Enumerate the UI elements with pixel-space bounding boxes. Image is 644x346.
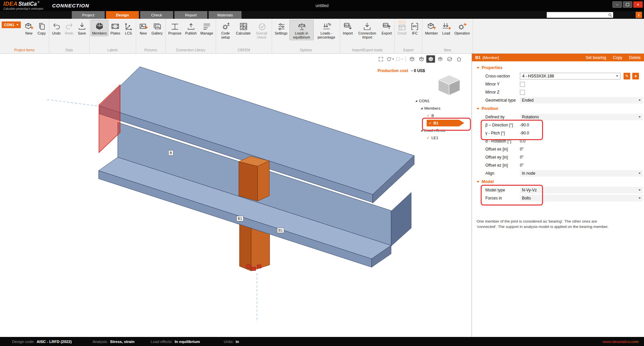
save-icon xyxy=(77,21,87,31)
copy-member-button[interactable]: Copy xyxy=(613,55,622,60)
section-position[interactable]: Position xyxy=(472,104,644,113)
fit-view-button[interactable] xyxy=(376,55,385,63)
maximize-button[interactable] xyxy=(623,1,632,8)
settings-button[interactable]: Settings xyxy=(273,20,289,36)
labels-plates-toggle[interactable]: Plates xyxy=(109,20,122,36)
checked-checkbox-icon[interactable] xyxy=(427,136,430,140)
edit-cross-section-button[interactable] xyxy=(624,73,630,79)
tab-check[interactable]: Check xyxy=(140,11,173,19)
beta-direction-input[interactable]: -90.0 xyxy=(520,123,529,127)
loads-in-equilibrium-toggle[interactable]: Loads in equilibrium xyxy=(289,20,314,40)
website-link[interactable]: www.ideastatica .com xyxy=(603,337,639,346)
tab-design[interactable]: Design xyxy=(106,11,139,19)
section-model[interactable]: Model xyxy=(472,177,644,186)
home-view-button[interactable] xyxy=(454,55,463,63)
mirror-z-checkbox[interactable] xyxy=(520,90,525,95)
delete-member-button[interactable]: Delete xyxy=(629,55,641,60)
connection-import-button[interactable]: Connection Import xyxy=(355,20,380,40)
calculate-button[interactable]: Calculate xyxy=(234,20,252,36)
analysis-value: Stress, strain xyxy=(110,340,135,344)
picture-gallery-button[interactable]: Gallery xyxy=(150,20,164,36)
selection-mode-dropdown[interactable] xyxy=(395,55,404,63)
undo-button[interactable]: Undo xyxy=(50,20,63,36)
chevron-down-icon xyxy=(392,59,394,60)
new-member-button[interactable]: Member xyxy=(423,20,440,36)
con1-dropdown-button[interactable]: CON1 xyxy=(2,21,21,28)
expander-icon[interactable] xyxy=(415,100,417,102)
set-bearing-button[interactable]: Set bearing xyxy=(586,55,606,60)
view-cube[interactable] xyxy=(435,73,463,98)
new-load-button[interactable]: Load xyxy=(440,20,452,36)
new-project-item-button[interactable]: New xyxy=(23,20,35,36)
geometrical-type-dropdown[interactable]: Ended xyxy=(520,97,643,104)
expander-icon[interactable] xyxy=(421,129,423,131)
group-label-data: Data xyxy=(50,47,88,53)
new-operation-button[interactable]: Operation xyxy=(453,20,472,36)
expander-icon[interactable] xyxy=(421,107,423,109)
save-button[interactable]: Save xyxy=(76,20,88,36)
gamma-pitch-input[interactable]: -90.0 xyxy=(520,131,529,135)
view-hidden-line-button[interactable] xyxy=(417,55,426,63)
offset-ex-input[interactable]: 0" xyxy=(520,147,524,152)
selected-item-pill[interactable]: B1 xyxy=(427,120,464,126)
panel-body: Properties Cross-section 4 - HSS3X3X.188… xyxy=(472,61,644,337)
code-setup-button[interactable]: Code setup xyxy=(217,20,234,40)
section-view-button[interactable] xyxy=(445,55,454,63)
tree-node-members[interactable]: Members xyxy=(415,105,464,112)
offset-ez-input[interactable]: 0" xyxy=(520,163,524,168)
ifc-export-button[interactable]: IFC IFC xyxy=(409,20,421,36)
detail-export-button[interactable]: BETA Detail xyxy=(396,20,408,36)
tree-node-con1[interactable]: CON1 xyxy=(415,97,464,105)
forces-in-dropdown[interactable]: Bolts xyxy=(520,195,643,201)
checked-checkbox-icon[interactable] xyxy=(427,114,430,118)
overall-check-button[interactable]: Overall check xyxy=(253,20,271,40)
member-b1-upper[interactable] xyxy=(239,156,269,201)
con1-label: CON1 xyxy=(4,23,14,27)
view-wireframe-button[interactable] xyxy=(408,55,416,63)
document-title: untitled xyxy=(0,3,644,8)
labels-lcs-toggle[interactable]: LCS xyxy=(122,20,135,36)
forces-in-label: Forces in xyxy=(485,196,519,200)
tab-materials[interactable]: Materials xyxy=(209,11,241,19)
search-input[interactable] xyxy=(547,12,608,18)
tab-report[interactable]: Report xyxy=(174,11,207,19)
defined-by-dropdown[interactable]: Rotations xyxy=(520,114,643,120)
manage-button[interactable]: Manage xyxy=(199,20,215,36)
ribbon-group-options: Settings Loads in equilibrium % Loads - … xyxy=(272,19,340,53)
search-icon[interactable] xyxy=(608,13,612,17)
propose-button[interactable]: Propose xyxy=(167,20,183,36)
labels-members-toggle[interactable]: Members xyxy=(91,20,109,36)
rotate-view-dropdown[interactable] xyxy=(386,55,394,63)
tree-item-b[interactable]: B xyxy=(415,112,464,119)
checked-checkbox-icon[interactable] xyxy=(429,121,432,125)
bearing-plate-highlight[interactable] xyxy=(99,85,120,153)
tab-project[interactable]: Project xyxy=(72,11,105,19)
section-properties[interactable]: Properties xyxy=(472,63,644,72)
offset-ey-input[interactable]: 0" xyxy=(520,155,524,160)
view-transparent-button[interactable] xyxy=(436,55,444,63)
tree-node-load-effects[interactable]: Load effects xyxy=(415,127,464,134)
view-shaded-button[interactable] xyxy=(426,55,435,63)
cross-section-dropdown[interactable]: 4 - HSS3X3X.188 xyxy=(520,73,621,79)
maximize-icon xyxy=(626,3,629,6)
new-member-icon xyxy=(427,21,436,31)
tree-item-b1-selected[interactable]: B1 xyxy=(415,119,464,127)
picture-new-button[interactable]: New xyxy=(137,20,150,36)
copy-project-item-button[interactable]: Copy xyxy=(36,20,48,36)
xls-import-button[interactable]: XLS Import xyxy=(341,20,355,36)
tree-item-le1[interactable]: LE1 xyxy=(415,134,464,141)
loads-percentage-toggle[interactable]: % Loads - percentage xyxy=(314,20,339,40)
mirror-y-checkbox[interactable] xyxy=(520,82,525,87)
minimize-button[interactable] xyxy=(612,1,622,8)
publish-button[interactable]: Publish xyxy=(183,20,198,36)
model-type-dropdown[interactable]: N-Vy-Vz xyxy=(520,187,643,193)
redo-button[interactable]: Redo xyxy=(63,20,75,36)
align-dropdown[interactable]: In node xyxy=(520,170,643,177)
close-button[interactable] xyxy=(633,1,643,8)
add-cross-section-button[interactable] xyxy=(632,73,639,79)
alpha-rotation-input[interactable]: 0.0 xyxy=(520,139,526,143)
xls-export-button[interactable]: XLS Export xyxy=(380,20,393,36)
3d-viewport[interactable]: B B1 B1 xyxy=(0,54,472,337)
3d-scene[interactable] xyxy=(0,54,472,337)
info-button[interactable]: i xyxy=(636,12,642,18)
